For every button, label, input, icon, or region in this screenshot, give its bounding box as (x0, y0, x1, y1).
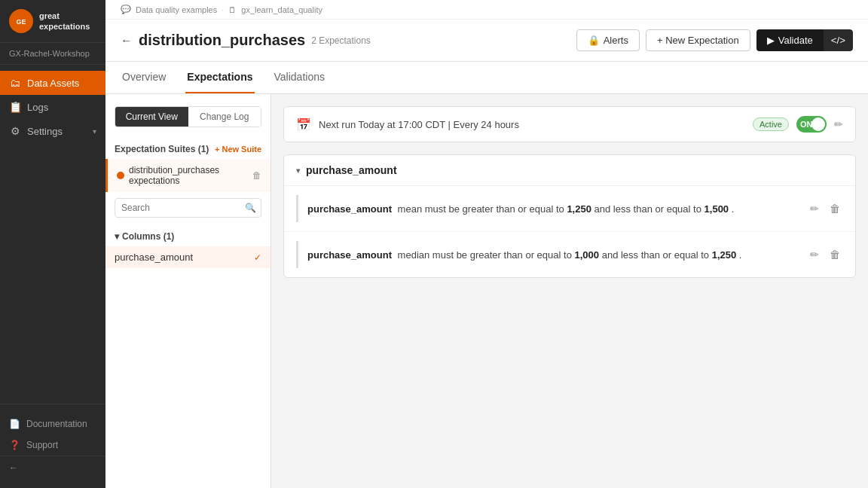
calendar-icon: 📅 (296, 117, 311, 132)
group-chevron-icon: ▾ (296, 166, 300, 175)
change-log-button[interactable]: Change Log (188, 107, 261, 127)
suite-status-dot (117, 172, 124, 179)
breadcrumb-file-icon: 🗒 (228, 5, 237, 14)
expectation-suites-header: Expectation Suites (1) + New Suite (105, 139, 270, 159)
sidebar-bottom: 📄 Documentation ❓ Support ← (0, 404, 105, 488)
expectation-edit-icon[interactable]: ✏ (807, 200, 822, 218)
columns-section: ▾ Columns (1) purchase_amount ✓ (105, 224, 270, 271)
expectation-row: purchase_amount median must be greater t… (284, 232, 855, 277)
expectation-delete-icon[interactable]: 🗑 (827, 246, 843, 264)
breadcrumb-chat-icon: 💬 (121, 5, 131, 14)
validate-group: ▶ Validate </> (756, 29, 853, 51)
logs-icon: 📋 (9, 101, 21, 113)
suite-item[interactable]: distribution_purchases expectations 🗑 (105, 159, 270, 192)
schedule-left: 📅 Next run Today at 17:00 CDT | Every 24… (296, 117, 519, 132)
left-panel: Current View Change Log Expectation Suit… (105, 94, 271, 488)
current-view-button[interactable]: Current View (115, 107, 188, 127)
data-assets-icon: 🗂 (9, 77, 21, 89)
columns-header[interactable]: ▾ Columns (1) (105, 227, 270, 246)
search-row: 🔍 (105, 192, 270, 224)
sidebar-item-logs[interactable]: 📋 Logs (0, 95, 105, 119)
sidebar-item-data-assets[interactable]: 🗂 Data Assets (0, 71, 105, 95)
topbar-actions: 🔒 Alerts + New Expectation ▶ Validate </… (576, 29, 853, 51)
content-area: Current View Change Log Expectation Suit… (105, 94, 868, 488)
support-icon: ❓ (9, 440, 20, 450)
column-item-purchase-amount[interactable]: purchase_amount ✓ (105, 246, 270, 268)
toggle-knob (811, 117, 825, 131)
expectation-delete-icon[interactable]: 🗑 (827, 200, 843, 218)
page-header: ← distribution_purchases 2 Expectations (121, 32, 371, 49)
search-wrapper: 🔍 (115, 198, 261, 218)
expectations-group-header[interactable]: ▾ purchase_amount (284, 155, 855, 186)
settings-chevron-icon: ▾ (93, 127, 96, 136)
code-button[interactable]: </> (824, 29, 853, 51)
subnav: Overview Expectations Validations (105, 62, 868, 94)
lock-icon: 🔒 (588, 35, 600, 46)
suite-delete-icon[interactable]: 🗑 (252, 170, 261, 181)
chevron-down-icon: ▾ (115, 231, 119, 242)
expectation-border (296, 241, 298, 268)
documentation-link[interactable]: 📄 Documentation (0, 413, 105, 435)
documentation-icon: 📄 (9, 419, 20, 429)
expectations-count: 2 Expectations (311, 35, 371, 46)
expectations-card: ▾ purchase_amount purchase_amount mean m… (283, 154, 856, 278)
search-input[interactable] (115, 198, 261, 218)
tab-overview[interactable]: Overview (121, 62, 167, 93)
schedule-toggle[interactable]: ON (796, 116, 827, 133)
check-icon: ✓ (254, 252, 261, 263)
schedule-right: Active ON ✏ (753, 116, 843, 133)
expectation-border (296, 195, 298, 222)
settings-icon: ⚙ (9, 125, 21, 137)
schedule-card: 📅 Next run Today at 17:00 CDT | Every 24… (283, 106, 856, 142)
validate-button[interactable]: ▶ Validate (756, 29, 824, 51)
logo-text: great expectations (39, 11, 90, 32)
suite-name: distribution_purchases expectations (129, 165, 219, 186)
tab-validations[interactable]: Validations (273, 62, 326, 93)
group-name: purchase_amount (306, 164, 397, 176)
expectation-row-actions: ✏ 🗑 (807, 246, 843, 264)
alerts-button[interactable]: 🔒 Alerts (576, 29, 640, 51)
play-icon: ▶ (767, 35, 775, 46)
sidebar: GE great expectations GX-Rachel-Workshop… (0, 0, 105, 488)
suite-item-left: distribution_purchases expectations (117, 165, 219, 186)
new-suite-button[interactable]: + New Suite (215, 145, 261, 154)
topbar: ← distribution_purchases 2 Expectations … (105, 20, 868, 62)
back-arrow-icon: ← (9, 462, 18, 473)
breadcrumb-separator: · (222, 5, 224, 14)
active-badge: Active (753, 117, 789, 131)
sidebar-item-settings[interactable]: ⚙ Settings ▾ (0, 119, 105, 143)
back-button[interactable]: ← (0, 456, 105, 479)
logo-icon: GE (9, 9, 33, 33)
svg-text:GE: GE (16, 18, 26, 26)
support-link[interactable]: ❓ Support (0, 435, 105, 456)
breadcrumb: 💬 Data quality examples · 🗒 gx_learn_dat… (105, 0, 868, 20)
back-arrow-button[interactable]: ← (121, 34, 133, 47)
schedule-edit-icon[interactable]: ✏ (834, 118, 843, 130)
new-expectation-button[interactable]: + New Expectation (646, 29, 750, 51)
workspace-label: GX-Rachel-Workshop (0, 43, 105, 65)
main-content: 💬 Data quality examples · 🗒 gx_learn_dat… (105, 0, 868, 488)
logo-area: GE great expectations (0, 0, 105, 43)
tab-expectations[interactable]: Expectations (185, 62, 254, 93)
expectation-edit-icon[interactable]: ✏ (807, 246, 822, 264)
expectation-row: purchase_amount mean must be greater tha… (284, 186, 855, 232)
expectation-content: purchase_amount mean must be greater tha… (307, 203, 734, 215)
expectation-content: purchase_amount median must be greater t… (307, 249, 741, 261)
expectation-row-actions: ✏ 🗑 (807, 200, 843, 218)
right-panel: 📅 Next run Today at 17:00 CDT | Every 24… (271, 94, 868, 488)
sidebar-nav: 🗂 Data Assets 📋 Logs ⚙ Settings ▾ (0, 65, 105, 404)
expectation-row-left: purchase_amount median must be greater t… (296, 241, 741, 268)
view-switcher: Current View Change Log (115, 106, 261, 127)
expectation-row-left: purchase_amount mean must be greater tha… (296, 195, 734, 222)
page-title: distribution_purchases (139, 32, 305, 49)
